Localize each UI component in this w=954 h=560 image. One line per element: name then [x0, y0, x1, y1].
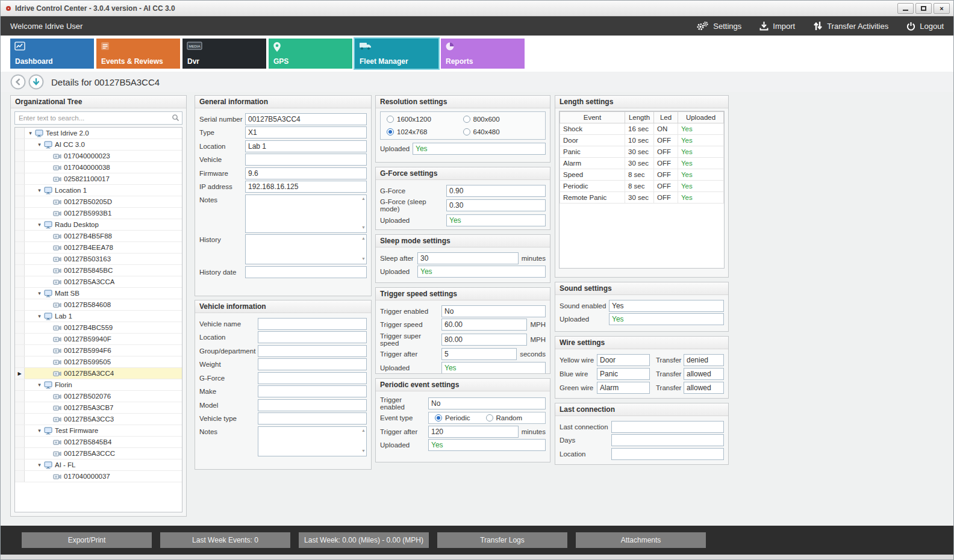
tab-fleet-manager[interactable]: Fleet Manager: [355, 39, 438, 69]
radio-1600x1200[interactable]: 1600x1200: [387, 116, 463, 123]
location-input[interactable]: [611, 448, 724, 460]
type-input[interactable]: [245, 126, 367, 138]
sleep_after-input[interactable]: [417, 252, 519, 264]
gforce-input[interactable]: [258, 372, 367, 384]
notes-textarea[interactable]: [258, 426, 367, 456]
export-print-button[interactable]: Export/Print: [22, 532, 152, 548]
tree-device-00127b503163[interactable]: 00127B503163: [15, 254, 182, 265]
length-row[interactable]: Shock16 secONYes: [560, 123, 724, 135]
tree-device-017040000038[interactable]: 017040000038: [15, 162, 182, 173]
expander-icon[interactable]: ▾: [36, 313, 43, 319]
history_date-input[interactable]: [245, 266, 367, 278]
tree-device-00127b50205d[interactable]: 00127B50205D: [15, 196, 182, 208]
tree-device-025821100017[interactable]: 025821100017: [15, 173, 182, 185]
trigger_speed-input[interactable]: [441, 319, 527, 331]
trigger_after-input[interactable]: [428, 426, 519, 438]
tree-device-00127b4eea78[interactable]: 00127B4EEA78: [15, 242, 182, 254]
back-button[interactable]: [10, 74, 26, 90]
gforce_sleep-input[interactable]: [446, 199, 546, 211]
tree-device-00127b59940f[interactable]: 00127B59940F: [15, 334, 182, 345]
tree-group-test-idrive-2.0[interactable]: ▾Test Idrive 2.0: [15, 128, 182, 139]
tree-device-00127b584608[interactable]: 00127B584608: [15, 299, 182, 311]
firmware-input[interactable]: [245, 167, 367, 179]
tab-gps[interactable]: GPS: [269, 39, 352, 69]
transfer-activities-button[interactable]: Transfer Activities: [813, 21, 888, 31]
tree-device-00127b5994f6[interactable]: 00127B5994F6: [15, 345, 182, 356]
tree-device-00127b5a3ccc[interactable]: 00127B5A3CCC: [15, 448, 182, 459]
notes-textarea[interactable]: [245, 194, 367, 233]
blue-wire-input[interactable]: [597, 368, 650, 380]
make-input[interactable]: [258, 385, 367, 397]
vehicle_name-input[interactable]: [258, 318, 367, 330]
scroll-up-icon[interactable]: ▲: [361, 236, 366, 241]
scroll-down-icon[interactable]: ▼: [361, 449, 366, 453]
model-input[interactable]: [258, 399, 367, 411]
tab-reports[interactable]: Reports: [441, 39, 525, 69]
serial_number-input[interactable]: [245, 113, 367, 125]
expander-icon[interactable]: ▾: [36, 382, 43, 388]
yellow-transfer-input[interactable]: [684, 354, 724, 366]
tab-events-reviews[interactable]: Events & Reviews: [96, 39, 180, 69]
trigger_enabled-input[interactable]: [441, 305, 546, 317]
tree-device-00127b5a3cc3[interactable]: 00127B5A3CC3: [15, 414, 182, 425]
tree-device-00127b5a3cb7[interactable]: 00127B5A3CB7: [15, 402, 182, 414]
tree-group-matt-sb[interactable]: ▾Matt SB: [15, 288, 182, 299]
tree-group-lab-1[interactable]: ▾Lab 1: [15, 311, 182, 322]
radio-random[interactable]: Random: [486, 414, 522, 422]
tree-group-test-firmware[interactable]: ▾Test Firmware: [15, 425, 182, 437]
ip_address-input[interactable]: [245, 181, 367, 193]
length-row[interactable]: Remote Panic30 secOFFYes: [560, 192, 724, 204]
last-week-0-00-miles-0-00-mph-button[interactable]: Last Week: 0.00 (Miles) - 0.00 (MPH): [299, 532, 429, 548]
trigger_super_speed-input[interactable]: [441, 334, 527, 346]
yellow-wire-input[interactable]: [597, 354, 650, 366]
tree-group-radu-desktop[interactable]: ▾Radu Desktop: [15, 219, 182, 231]
tree-device-00127b5993b1[interactable]: 00127B5993B1: [15, 208, 182, 219]
scroll-down-icon[interactable]: ▼: [361, 257, 366, 261]
uploaded-input[interactable]: [609, 313, 724, 325]
expander-icon[interactable]: ▾: [36, 290, 43, 296]
tree-device-017040000023[interactable]: 017040000023: [15, 151, 182, 162]
length-row[interactable]: Periodic8 secOFFYes: [560, 181, 724, 192]
uploaded-input[interactable]: [417, 266, 546, 278]
location-input[interactable]: [258, 331, 367, 343]
history-textarea[interactable]: [245, 234, 367, 264]
minimize-button[interactable]: [897, 3, 914, 14]
green-wire-input[interactable]: [597, 382, 650, 394]
trigger_after-input[interactable]: [441, 348, 517, 360]
tree-device-00127b502076[interactable]: 00127B502076: [15, 391, 182, 402]
gforce-input[interactable]: [446, 185, 546, 197]
uploaded-input[interactable]: [446, 214, 546, 226]
expander-icon[interactable]: ▾: [36, 142, 43, 148]
sound_enabled-input[interactable]: [609, 300, 724, 312]
vehicle_type-input[interactable]: [258, 412, 367, 425]
magnifier-icon[interactable]: [172, 114, 179, 122]
radio-640x480[interactable]: 640x480: [463, 128, 540, 135]
tree-device-00127b5845b4[interactable]: 00127B5845B4: [15, 437, 182, 448]
tree-device-00127b5845bc[interactable]: 00127B5845BC: [15, 265, 182, 276]
tree-device-017040000037[interactable]: 017040000037: [15, 471, 182, 482]
trigger_enabled-input[interactable]: [428, 397, 546, 409]
settings-button[interactable]: Settings: [696, 21, 741, 31]
uploaded-input[interactable]: [428, 439, 546, 451]
scroll-down-icon[interactable]: ▼: [361, 225, 366, 230]
tree-group-ai-cc-3.0[interactable]: ▾AI CC 3.0: [15, 139, 182, 151]
weight-input[interactable]: [258, 358, 367, 370]
search-input[interactable]: [14, 111, 182, 125]
scroll-up-icon[interactable]: ▲: [361, 428, 366, 433]
tree-device-00127b4b5f88[interactable]: 00127B4B5F88: [15, 231, 182, 242]
length-row[interactable]: Panic30 secOFFYes: [560, 146, 724, 158]
last-week-events-0-button[interactable]: Last Week Events: 0: [160, 532, 290, 548]
tab-dashboard[interactable]: Dashboard: [10, 39, 94, 69]
location-input[interactable]: [245, 140, 367, 152]
import-button[interactable]: Import: [759, 21, 795, 31]
tree-device-00127b4bc559[interactable]: 00127B4BC559: [15, 322, 182, 334]
expander-icon[interactable]: ▾: [36, 462, 43, 468]
tree-device-00127b599505[interactable]: 00127B599505: [15, 356, 182, 368]
length-row[interactable]: Door10 secOFFYes: [560, 135, 724, 146]
tree-group-florin[interactable]: ▾Florin: [15, 379, 182, 391]
length-row[interactable]: Alarm30 secOFFYes: [560, 158, 724, 169]
uploaded-input[interactable]: [413, 143, 546, 155]
expander-icon[interactable]: ▾: [36, 187, 43, 193]
group_department-input[interactable]: [258, 345, 367, 357]
tree-device-00127b5a3cca[interactable]: 00127B5A3CCA: [15, 276, 182, 288]
